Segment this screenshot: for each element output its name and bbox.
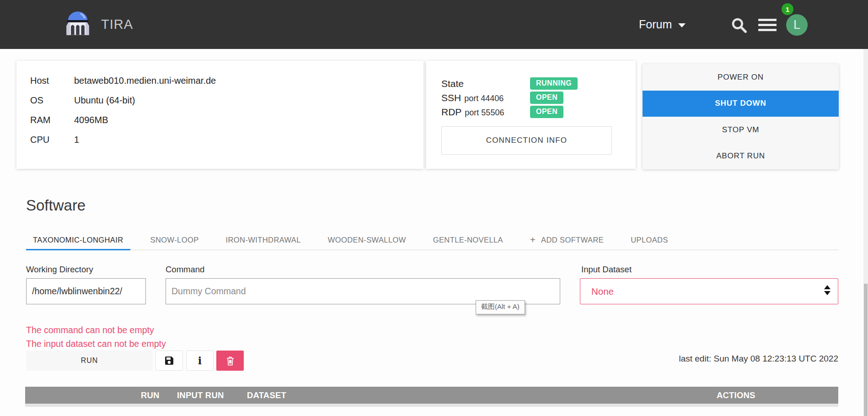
state-label: RDP	[441, 107, 461, 117]
vm-info-card: Host betaweb010.medien.uni-weimar.de OS …	[16, 61, 423, 169]
hamburger-bar	[758, 24, 777, 26]
search-icon[interactable]	[730, 16, 748, 34]
table-column-header: ACTIONS	[717, 387, 755, 404]
navbar: TIRA Forum L 1	[0, 0, 868, 49]
table-column-header: DATASET	[247, 387, 286, 404]
vm-info-label: RAM	[30, 115, 74, 125]
state-label-wrap: State	[441, 78, 530, 89]
vm-action-button[interactable]: POWER ON	[643, 64, 839, 91]
state-label: State	[441, 78, 464, 89]
software-tab[interactable]: TAXONOMIC-LONGHAIR	[26, 230, 130, 249]
table-header-divider	[25, 404, 838, 407]
input-dataset-select[interactable]: None	[580, 278, 838, 304]
software-tab[interactable]: IRON-WITHDRAWAL	[219, 230, 308, 249]
hamburger-menu-icon[interactable]	[758, 19, 777, 31]
brand-title: TIRA	[101, 0, 133, 49]
software-tab[interactable]: SNOW-LOOP	[144, 230, 206, 249]
state-port-label: port 44406	[464, 94, 504, 103]
working-directory-input[interactable]	[26, 278, 146, 304]
table-column-header: INPUT RUN	[177, 387, 224, 404]
vm-info-row: CPU 1	[30, 130, 414, 150]
forum-menu[interactable]: Forum	[639, 0, 686, 49]
command-label: Command	[166, 265, 204, 275]
info-icon: i	[198, 355, 202, 367]
avatar[interactable]: L	[786, 14, 808, 36]
input-dataset-value: None	[591, 286, 614, 297]
software-tab[interactable]: WOODEN-SWALLOW	[321, 230, 413, 249]
vm-info-label: Host	[30, 76, 74, 86]
chevron-down-icon	[678, 23, 686, 27]
state-row: RDPport 55506 OPEN	[441, 105, 578, 119]
vm-info-value: 1	[74, 135, 79, 145]
scrollbar-thumb[interactable]	[864, 284, 868, 416]
select-spinner-icon	[824, 285, 830, 295]
vm-action-button[interactable]: SHUT DOWN	[643, 91, 839, 117]
vm-info-row: OS Ubuntu (64-bit)	[30, 91, 414, 110]
software-tab[interactable]: UPLOADS	[624, 230, 675, 249]
trash-icon	[225, 356, 236, 366]
vm-info-row: Host betaweb010.medien.uni-weimar.de	[30, 71, 414, 91]
vm-action-button[interactable]: ABORT RUN	[643, 143, 839, 170]
state-row: SSHport 44406 OPEN	[441, 91, 578, 105]
vm-action-button[interactable]: STOP VM	[643, 117, 839, 143]
state-label-wrap: RDPport 55506	[441, 107, 530, 118]
vm-info-value: Ubuntu (64-bit)	[74, 95, 135, 106]
tab-label: SNOW-LOOP	[150, 236, 199, 244]
vm-info-rows: Host betaweb010.medien.uni-weimar.de OS …	[30, 71, 414, 150]
last-edit-timestamp: last edit: Sun May 08 12:23:13 UTC 2022	[679, 354, 838, 364]
info-button[interactable]: i	[186, 351, 214, 371]
validation-errors: The command can not be empty The input d…	[26, 323, 166, 351]
vm-actions-panel: POWER ON SHUT DOWN STOP VM ABORT RUN	[643, 64, 839, 169]
tab-label: ADD SOFTWARE	[541, 236, 604, 244]
page-title: Software	[26, 197, 86, 214]
software-tab[interactable]: GENTLE-NOVELLA	[426, 230, 510, 249]
software-tabbar: TAXONOMIC-LONGHAIR SNOW-LOOP IRON-WITHDR…	[26, 230, 839, 250]
delete-button[interactable]	[216, 351, 244, 371]
connection-info-button[interactable]: CONNECTION INFO	[441, 126, 612, 155]
status-badge: OPEN	[530, 106, 563, 118]
input-dataset-label: Input Dataset	[581, 265, 632, 275]
hamburger-bar	[758, 19, 777, 21]
vm-state-card: State RUNNING SSHport 44406 OPEN RDPport…	[426, 61, 636, 169]
tab-label: GENTLE-NOVELLA	[433, 236, 503, 244]
state-port-label: port 55506	[465, 108, 504, 117]
software-tab[interactable]: + ADD SOFTWARE	[523, 230, 611, 249]
tira-logo-icon	[63, 10, 92, 38]
state-row: State RUNNING	[441, 76, 578, 91]
vm-info-label: OS	[30, 95, 74, 106]
error-message: The command can not be empty	[26, 323, 166, 337]
state-label: SSH	[441, 92, 461, 103]
plus-icon: +	[530, 235, 536, 245]
vm-info-row: RAM 4096MB	[30, 110, 414, 130]
status-badge: RUNNING	[530, 77, 578, 90]
save-button[interactable]	[155, 351, 183, 371]
hamburger-bar	[758, 29, 777, 31]
error-message: The input dataset can not be empty	[26, 337, 166, 351]
state-rows: State RUNNING SSHport 44406 OPEN RDPport…	[441, 76, 578, 119]
state-label-wrap: SSHport 44406	[441, 92, 530, 103]
notification-badge[interactable]: 1	[782, 3, 793, 15]
tira-vm-page: TIRA Forum L 1 Host betaweb010.medien.un…	[0, 0, 868, 416]
vm-info-value: betaweb010.medien.uni-weimar.de	[74, 76, 216, 86]
tab-label: IRON-WITHDRAWAL	[226, 236, 301, 244]
run-button[interactable]: RUN	[26, 351, 153, 371]
runs-table-header: RUN INPUT RUN DATASET ACTIONS	[25, 387, 838, 404]
scrollbar[interactable]	[863, 49, 868, 416]
tab-label: WOODEN-SWALLOW	[328, 236, 406, 244]
tab-label: UPLOADS	[631, 236, 668, 244]
tab-label: TAXONOMIC-LONGHAIR	[33, 236, 123, 244]
working-directory-label: Working Directory	[26, 265, 93, 275]
status-badge: OPEN	[530, 92, 563, 104]
vm-info-label: CPU	[30, 135, 74, 145]
screenshot-tooltip: 截图(Alt + A)	[476, 300, 525, 314]
vm-info-value: 4096MB	[74, 115, 108, 125]
table-column-header: RUN	[141, 387, 160, 404]
save-icon	[164, 355, 175, 366]
